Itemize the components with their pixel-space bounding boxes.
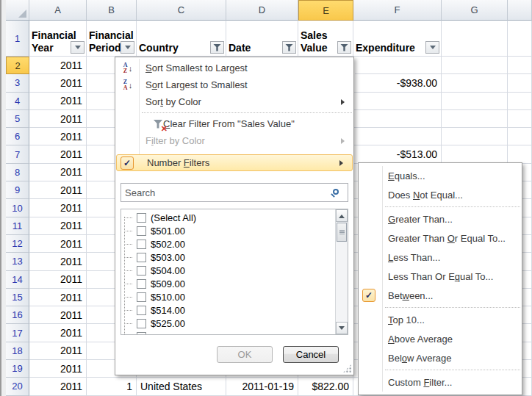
row-header-18[interactable]: 18 <box>6 342 29 360</box>
cell-E20[interactable]: $822.00 <box>298 378 353 395</box>
cell-A9[interactable]: 2011 <box>29 181 87 199</box>
filter-button-financial-period[interactable] <box>121 41 134 54</box>
filter-search-input[interactable] <box>121 183 348 202</box>
cell-A14[interactable]: 2011 <box>29 271 87 289</box>
cell[interactable] <box>508 74 532 92</box>
scrollbar-thumb[interactable] <box>337 223 347 242</box>
cell-F5[interactable] <box>353 110 442 128</box>
checkbox-501-00[interactable] <box>137 226 146 236</box>
menu-item-between[interactable]: ✓Between... <box>359 286 522 305</box>
cell-C20[interactable]: United States <box>137 378 226 395</box>
menu-item-custom-filter[interactable]: Custom Filter... <box>359 372 522 392</box>
header-cell-date[interactable]: Date <box>226 21 298 57</box>
menu-item-greater-than-or-equal-to[interactable]: Greater Than Or Equal To... <box>359 228 522 248</box>
cell-F6[interactable] <box>353 128 442 145</box>
menu-item-greater-than[interactable]: Greater Than... <box>359 209 522 228</box>
cell-partial-1[interactable] <box>508 21 532 57</box>
column-header-g[interactable]: G <box>442 0 508 21</box>
menu-item-equals[interactable]: Equals... <box>359 166 522 185</box>
menu-item-number-filters[interactable]: ✓Number Filters <box>116 154 353 171</box>
list-item[interactable]: $525.00 <box>121 317 348 330</box>
row-header-20[interactable]: 20 <box>6 378 29 395</box>
column-header-b[interactable]: B <box>87 0 137 21</box>
row-header-5[interactable]: 5 <box>6 110 29 128</box>
checkbox-525-00[interactable] <box>137 319 146 328</box>
checkbox-510-00[interactable] <box>137 292 146 302</box>
cell-A4[interactable]: 2011 <box>29 93 87 110</box>
cell-A11[interactable]: 2011 <box>29 217 87 235</box>
cell[interactable] <box>508 128 532 145</box>
header-cell-financial-period[interactable]: FinancialPeriod <box>87 21 137 57</box>
list-item[interactable]: $501.00 <box>121 224 348 237</box>
row-header-10[interactable]: 10 <box>6 199 29 217</box>
cell-G5[interactable] <box>442 110 508 128</box>
menu-item-less-than-or-equal-to[interactable]: Less Than Or Equal To... <box>359 267 522 286</box>
column-header-f[interactable]: F <box>353 0 442 21</box>
cell-A12[interactable]: 2011 <box>29 235 87 253</box>
filter-button-financial-year[interactable] <box>71 41 85 54</box>
cell-F7[interactable]: -$513.00 <box>353 145 442 163</box>
cell[interactable] <box>508 110 532 128</box>
cell-A8[interactable]: 2011 <box>29 164 87 181</box>
row-header-2[interactable]: 2 <box>6 57 29 74</box>
row-header-19[interactable]: 19 <box>6 360 29 378</box>
cell[interactable] <box>508 57 532 74</box>
cell-G6[interactable] <box>442 128 508 145</box>
list-item[interactable]: (Select All) <box>121 211 348 224</box>
cell-A19[interactable]: 2011 <box>29 360 87 378</box>
cancel-button[interactable]: Cancel <box>283 346 339 363</box>
cell-G4[interactable] <box>442 93 508 110</box>
cell-G3[interactable] <box>442 74 508 92</box>
checkbox-509-00[interactable] <box>137 279 146 289</box>
cell-F3[interactable]: -$938.00 <box>353 74 442 92</box>
menu-item-filter-by-color[interactable]: Filter by Color <box>115 132 353 149</box>
row-header-14[interactable]: 14 <box>6 271 29 289</box>
list-item-partial[interactable] <box>121 330 348 335</box>
row-header-8[interactable]: 8 <box>6 164 29 181</box>
cell-G7[interactable] <box>442 145 508 163</box>
menu-item-clear-filter-from-sales-value[interactable]: ✕Clear Filter From "Sales Value" <box>115 115 353 132</box>
checkbox-partial[interactable] <box>137 332 146 336</box>
list-item[interactable]: $509.00 <box>121 277 348 290</box>
checkbox-503-00[interactable] <box>137 253 146 262</box>
row-header-3[interactable]: 3 <box>6 74 29 92</box>
menu-item-sort-smallest-to-largest[interactable]: AZ↓Sort Smallest to Largest <box>115 60 353 76</box>
cell-A16[interactable]: 2011 <box>29 306 87 324</box>
column-header-d[interactable]: D <box>226 0 298 21</box>
cell-A5[interactable]: 2011 <box>29 110 87 128</box>
row-header-17[interactable]: 17 <box>6 324 29 342</box>
column-header-c[interactable]: C <box>137 0 226 21</box>
select-all-corner[interactable] <box>6 0 29 21</box>
cell-F2[interactable] <box>353 57 442 74</box>
column-header-e[interactable]: E <box>298 0 353 21</box>
filter-button-sales-value[interactable] <box>337 41 351 54</box>
row-header-4[interactable]: 4 <box>6 93 29 110</box>
menu-item-does-not-equal[interactable]: Does Not Equal... <box>359 185 522 204</box>
filter-button-date[interactable] <box>282 41 296 54</box>
scrollbar-down-button[interactable] <box>336 322 348 334</box>
menu-item-less-than[interactable]: Less Than... <box>359 248 522 267</box>
menu-resize-grip[interactable] <box>342 364 352 373</box>
cell-A6[interactable]: 2011 <box>29 128 87 145</box>
row-header-15[interactable]: 15 <box>6 289 29 306</box>
cell-D20[interactable]: 2011-01-19 <box>226 378 298 395</box>
checkbox-502-00[interactable] <box>137 240 146 249</box>
row-header-7[interactable]: 7 <box>6 145 29 163</box>
cell[interactable] <box>508 93 532 110</box>
cell-A7[interactable]: 2011 <box>29 145 87 163</box>
row-header-16[interactable]: 16 <box>6 306 29 324</box>
list-item[interactable]: $510.00 <box>121 290 348 303</box>
list-item[interactable]: $503.00 <box>121 251 348 264</box>
menu-item-sort-largest-to-smallest[interactable]: ZA↓Sort Largest to Smallest <box>115 76 353 93</box>
row-header-9[interactable]: 9 <box>6 181 29 199</box>
cell-A20[interactable]: 2011 <box>29 378 87 395</box>
cell[interactable] <box>508 145 532 163</box>
cell-A15[interactable]: 2011 <box>29 289 87 306</box>
list-item[interactable]: $514.00 <box>121 303 348 317</box>
checkbox-select-all[interactable] <box>137 213 146 223</box>
row-header-11[interactable]: 11 <box>6 217 29 235</box>
header-cell-expenditure[interactable]: Expenditure <box>353 21 442 57</box>
header-cell-sales-value[interactable]: SalesValue <box>298 21 353 57</box>
cell-G1[interactable] <box>442 21 508 57</box>
checkbox-514-00[interactable] <box>137 306 146 315</box>
